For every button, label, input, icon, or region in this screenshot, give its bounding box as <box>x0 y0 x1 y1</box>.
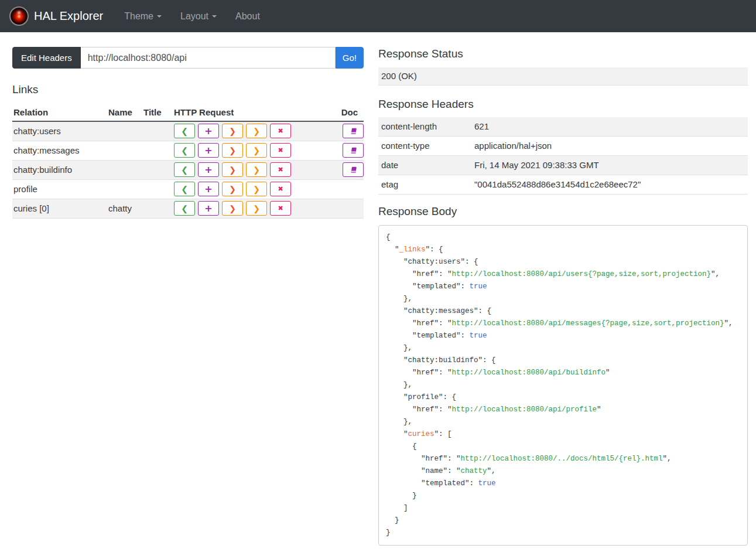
doc-button[interactable] <box>343 143 364 158</box>
column-http-request: HTTP Request <box>174 107 340 117</box>
code-line: "templated": true <box>386 478 740 490</box>
go-button[interactable]: Go! <box>336 47 364 69</box>
delete-request-button[interactable]: ✖ <box>270 182 291 196</box>
code-line: "href": "http://localhost:8080/../docs/h… <box>386 453 740 465</box>
code-line: "chatty:buildinfo": { <box>386 355 740 367</box>
book-icon <box>349 127 358 135</box>
response-body-heading: Response Body <box>378 206 748 218</box>
links-heading: Links <box>12 84 364 96</box>
navbar-menu: Theme Layout About <box>117 6 267 26</box>
response-body-panel: { "_links": { "chatty:users": { "href": … <box>378 225 748 546</box>
explorer-column: Edit Headers Go! Links Relation Name Tit… <box>12 47 364 219</box>
code-line: "href": "http://localhost:8080/api/messa… <box>386 318 740 330</box>
links-table-header: Relation Name Title HTTP Request Doc <box>12 104 364 122</box>
http-request-buttons: ❮+❯❯✖ <box>174 201 340 216</box>
code-line: { <box>386 231 740 244</box>
code-line: "chatty:messages": { <box>386 305 740 318</box>
http-request-buttons: ❮+❯❯✖ <box>174 143 340 158</box>
delete-request-button[interactable]: ✖ <box>270 162 291 177</box>
code-line: "profile": { <box>386 391 740 404</box>
code-line: "href": "http://localhost:8080/api/build… <box>386 367 740 379</box>
code-line: }, <box>386 416 740 428</box>
get-request-button[interactable]: ❮ <box>174 162 195 177</box>
patch-request-button[interactable]: ❯ <box>246 201 267 216</box>
code-line: } <box>386 514 740 527</box>
link-row: curies [0] chatty ❮+❯❯✖ <box>12 199 364 219</box>
link-row: chatty:users ❮+❯❯✖ <box>12 122 364 141</box>
code-line: "href": "http://localhost:8080/api/users… <box>386 268 740 281</box>
response-header-row: content-length 621 <box>378 117 748 137</box>
header-value: 621 <box>474 121 489 131</box>
nav-about-link[interactable]: About <box>228 6 267 26</box>
code-line: "name": "chatty", <box>386 465 740 478</box>
brand-link[interactable]: HAL Explorer <box>9 6 103 26</box>
get-request-button[interactable]: ❮ <box>174 143 195 158</box>
put-request-button[interactable]: ❯ <box>222 162 243 177</box>
request-bar: Edit Headers Go! <box>12 47 364 69</box>
code-line: }, <box>386 342 740 355</box>
column-relation: Relation <box>12 107 108 117</box>
nav-theme-dropdown[interactable]: Theme <box>117 6 169 26</box>
api-url-input[interactable] <box>81 47 336 69</box>
put-request-button[interactable]: ❯ <box>222 143 243 158</box>
get-request-button[interactable]: ❮ <box>174 182 195 196</box>
put-request-button[interactable]: ❯ <box>222 182 243 196</box>
book-icon <box>349 166 358 174</box>
code-line: "templated": true <box>386 330 740 342</box>
relation-label: profile <box>12 184 108 194</box>
delete-request-button[interactable]: ✖ <box>270 143 291 158</box>
header-name: content-type <box>378 141 474 151</box>
patch-request-button[interactable]: ❯ <box>246 143 267 158</box>
code-line: } <box>386 490 740 502</box>
http-request-buttons: ❮+❯❯✖ <box>174 182 340 196</box>
post-request-button[interactable]: + <box>198 162 219 177</box>
response-headers-table: content-length 621 content-type applicat… <box>378 117 748 195</box>
patch-request-button[interactable]: ❯ <box>246 162 267 177</box>
code-line: }, <box>386 293 740 305</box>
response-header-row: etag "0041da552488d86e31454d1c2e68eec72" <box>378 175 748 195</box>
header-value: application/hal+json <box>474 141 552 151</box>
response-header-row: date Fri, 14 May 2021 09:38:33 GMT <box>378 156 748 175</box>
column-title: Title <box>143 107 174 117</box>
code-line: "templated": true <box>386 281 740 293</box>
doc-button[interactable] <box>343 162 364 177</box>
book-icon <box>349 146 358 155</box>
put-request-button[interactable]: ❯ <box>222 124 243 138</box>
nav-layout-dropdown[interactable]: Layout <box>173 6 224 26</box>
relation-label: chatty:buildinfo <box>12 165 108 175</box>
patch-request-button[interactable]: ❯ <box>246 182 267 196</box>
code-line: } <box>386 527 740 539</box>
chevron-down-icon <box>212 15 217 18</box>
put-request-button[interactable]: ❯ <box>222 201 243 216</box>
navbar: HAL Explorer Theme Layout About <box>0 0 756 32</box>
link-row: chatty:buildinfo ❮+❯❯✖ <box>12 161 364 180</box>
post-request-button[interactable]: + <box>198 143 219 158</box>
doc-button[interactable] <box>343 124 364 138</box>
chevron-down-icon <box>157 15 162 18</box>
hal-eye-icon <box>9 6 29 26</box>
delete-request-button[interactable]: ✖ <box>270 124 291 138</box>
relation-label: chatty:users <box>12 126 108 136</box>
code-line: "curies": [ <box>386 428 740 441</box>
post-request-button[interactable]: + <box>198 201 219 216</box>
edit-headers-button[interactable]: Edit Headers <box>12 47 81 69</box>
relation-label: curies [0] <box>12 203 108 213</box>
delete-request-button[interactable]: ✖ <box>270 201 291 216</box>
header-name: content-length <box>378 121 474 131</box>
response-headers-heading: Response Headers <box>378 98 748 111</box>
response-body-json: { "_links": { "chatty:users": { "href": … <box>386 231 740 539</box>
patch-request-button[interactable]: ❯ <box>246 124 267 138</box>
link-row: chatty:messages ❮+❯❯✖ <box>12 141 364 161</box>
get-request-button[interactable]: ❮ <box>174 201 195 216</box>
http-request-buttons: ❮+❯❯✖ <box>174 162 340 177</box>
get-request-button[interactable]: ❮ <box>174 124 195 138</box>
post-request-button[interactable]: + <box>198 182 219 196</box>
code-line: "href": "http://localhost:8080/api/profi… <box>386 404 740 416</box>
link-row: profile ❮+❯❯✖ <box>12 180 364 199</box>
post-request-button[interactable]: + <box>198 124 219 138</box>
response-header-row: content-type application/hal+json <box>378 137 748 156</box>
code-line: "chatty:users": { <box>386 256 740 268</box>
code-line: ] <box>386 502 740 514</box>
main-content: Edit Headers Go! Links Relation Name Tit… <box>0 32 756 546</box>
response-status-heading: Response Status <box>378 48 748 60</box>
